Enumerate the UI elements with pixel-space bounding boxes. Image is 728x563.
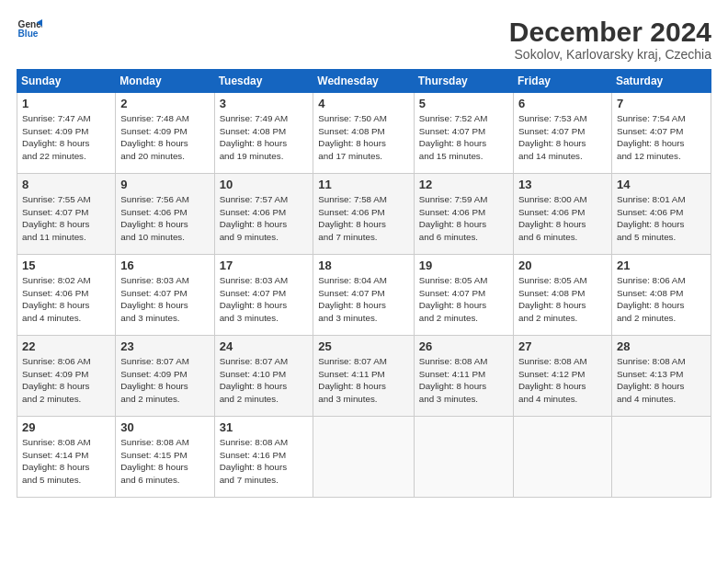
- day-info: Sunrise: 7:56 AMSunset: 4:06 PMDaylight:…: [120, 193, 209, 244]
- calendar-cell: [611, 417, 711, 498]
- col-header-sunday: Sunday: [17, 70, 116, 93]
- calendar-cell: 26Sunrise: 8:08 AMSunset: 4:11 PMDayligh…: [414, 336, 513, 417]
- calendar-cell: 30Sunrise: 8:08 AMSunset: 4:15 PMDayligh…: [116, 417, 214, 498]
- day-info: Sunrise: 8:08 AMSunset: 4:16 PMDaylight:…: [220, 436, 309, 487]
- day-number: 5: [419, 97, 508, 110]
- day-number: 14: [617, 178, 706, 191]
- col-header-monday: Monday: [116, 70, 214, 93]
- calendar-cell: 17Sunrise: 8:03 AMSunset: 4:07 PMDayligh…: [214, 255, 313, 336]
- day-info: Sunrise: 8:05 AMSunset: 4:08 PMDaylight:…: [518, 274, 607, 325]
- month-title: December 2024: [509, 17, 711, 47]
- day-number: 19: [419, 259, 508, 272]
- day-number: 21: [617, 259, 706, 272]
- day-number: 27: [518, 339, 607, 353]
- day-number: 23: [120, 339, 209, 353]
- day-number: 12: [419, 178, 508, 191]
- col-header-wednesday: Wednesday: [313, 70, 414, 93]
- calendar-header-row: SundayMondayTuesdayWednesdayThursdayFrid…: [17, 70, 711, 93]
- calendar-cell: 5Sunrise: 7:52 AMSunset: 4:07 PMDaylight…: [414, 93, 513, 174]
- calendar-cell: 24Sunrise: 8:07 AMSunset: 4:10 PMDayligh…: [214, 336, 313, 417]
- day-number: 25: [318, 339, 408, 353]
- col-header-friday: Friday: [514, 70, 612, 93]
- calendar-cell: 12Sunrise: 7:59 AMSunset: 4:06 PMDayligh…: [414, 174, 513, 255]
- col-header-tuesday: Tuesday: [214, 70, 313, 93]
- day-info: Sunrise: 8:02 AMSunset: 4:06 PMDaylight:…: [22, 274, 110, 325]
- day-info: Sunrise: 7:49 AMSunset: 4:08 PMDaylight:…: [220, 112, 309, 163]
- day-number: 9: [120, 178, 209, 191]
- day-number: 8: [22, 178, 110, 191]
- calendar-cell: 29Sunrise: 8:08 AMSunset: 4:14 PMDayligh…: [17, 417, 116, 498]
- day-number: 29: [22, 420, 110, 434]
- day-info: Sunrise: 8:07 AMSunset: 4:10 PMDaylight:…: [220, 355, 309, 406]
- day-number: 4: [318, 97, 408, 110]
- calendar-cell: 23Sunrise: 8:07 AMSunset: 4:09 PMDayligh…: [116, 336, 214, 417]
- calendar-cell: 11Sunrise: 7:58 AMSunset: 4:06 PMDayligh…: [313, 174, 414, 255]
- day-info: Sunrise: 8:00 AMSunset: 4:06 PMDaylight:…: [518, 193, 607, 244]
- day-info: Sunrise: 7:57 AMSunset: 4:06 PMDaylight:…: [220, 193, 309, 244]
- day-info: Sunrise: 7:53 AMSunset: 4:07 PMDaylight:…: [518, 112, 607, 163]
- calendar-cell: 3Sunrise: 7:49 AMSunset: 4:08 PMDaylight…: [214, 93, 313, 174]
- calendar-cell: 16Sunrise: 8:03 AMSunset: 4:07 PMDayligh…: [116, 255, 214, 336]
- title-block: December 2024 Sokolov, Karlovarsky kraj,…: [509, 17, 711, 62]
- day-number: 28: [617, 339, 706, 353]
- day-info: Sunrise: 7:55 AMSunset: 4:07 PMDaylight:…: [22, 193, 110, 244]
- svg-text:Blue: Blue: [18, 29, 39, 39]
- day-info: Sunrise: 7:52 AMSunset: 4:07 PMDaylight:…: [419, 112, 508, 163]
- day-info: Sunrise: 8:08 AMSunset: 4:14 PMDaylight:…: [22, 436, 110, 487]
- day-info: Sunrise: 8:03 AMSunset: 4:07 PMDaylight:…: [220, 274, 309, 325]
- calendar-cell: 13Sunrise: 8:00 AMSunset: 4:06 PMDayligh…: [514, 174, 612, 255]
- day-info: Sunrise: 8:06 AMSunset: 4:08 PMDaylight:…: [617, 274, 706, 325]
- calendar-cell: [414, 417, 513, 498]
- calendar-cell: 21Sunrise: 8:06 AMSunset: 4:08 PMDayligh…: [611, 255, 711, 336]
- day-info: Sunrise: 8:07 AMSunset: 4:11 PMDaylight:…: [318, 355, 408, 406]
- day-info: Sunrise: 7:54 AMSunset: 4:07 PMDaylight:…: [617, 112, 706, 163]
- logo: General Blue: [17, 17, 42, 42]
- day-number: 20: [518, 259, 607, 272]
- day-number: 16: [120, 259, 209, 272]
- day-number: 7: [617, 97, 706, 110]
- day-number: 1: [22, 97, 110, 110]
- day-number: 17: [220, 259, 309, 272]
- day-number: 2: [120, 97, 209, 110]
- calendar-cell: 25Sunrise: 8:07 AMSunset: 4:11 PMDayligh…: [313, 336, 414, 417]
- day-info: Sunrise: 8:01 AMSunset: 4:06 PMDaylight:…: [617, 193, 706, 244]
- calendar-cell: 22Sunrise: 8:06 AMSunset: 4:09 PMDayligh…: [17, 336, 116, 417]
- calendar-cell: 10Sunrise: 7:57 AMSunset: 4:06 PMDayligh…: [214, 174, 313, 255]
- page-header: General Blue December 2024 Sokolov, Karl…: [17, 17, 711, 62]
- day-number: 6: [518, 97, 607, 110]
- day-info: Sunrise: 8:08 AMSunset: 4:13 PMDaylight:…: [617, 355, 706, 406]
- calendar-cell: 27Sunrise: 8:08 AMSunset: 4:12 PMDayligh…: [514, 336, 612, 417]
- day-info: Sunrise: 8:07 AMSunset: 4:09 PMDaylight:…: [120, 355, 209, 406]
- logo-icon: General Blue: [17, 17, 42, 42]
- calendar-cell: 28Sunrise: 8:08 AMSunset: 4:13 PMDayligh…: [611, 336, 711, 417]
- calendar-cell: 2Sunrise: 7:48 AMSunset: 4:09 PMDaylight…: [116, 93, 214, 174]
- day-number: 13: [518, 178, 607, 191]
- calendar-cell: [313, 417, 414, 498]
- calendar-week-2: 8Sunrise: 7:55 AMSunset: 4:07 PMDaylight…: [17, 174, 711, 255]
- calendar-cell: 20Sunrise: 8:05 AMSunset: 4:08 PMDayligh…: [514, 255, 612, 336]
- day-info: Sunrise: 8:08 AMSunset: 4:15 PMDaylight:…: [120, 436, 209, 487]
- calendar-cell: 6Sunrise: 7:53 AMSunset: 4:07 PMDaylight…: [514, 93, 612, 174]
- calendar-cell: 4Sunrise: 7:50 AMSunset: 4:08 PMDaylight…: [313, 93, 414, 174]
- calendar-cell: 18Sunrise: 8:04 AMSunset: 4:07 PMDayligh…: [313, 255, 414, 336]
- col-header-thursday: Thursday: [414, 70, 513, 93]
- location: Sokolov, Karlovarsky kraj, Czechia: [509, 47, 711, 62]
- day-number: 3: [220, 97, 309, 110]
- calendar-cell: 8Sunrise: 7:55 AMSunset: 4:07 PMDaylight…: [17, 174, 116, 255]
- col-header-saturday: Saturday: [611, 70, 711, 93]
- calendar-cell: 15Sunrise: 8:02 AMSunset: 4:06 PMDayligh…: [17, 255, 116, 336]
- day-info: Sunrise: 7:58 AMSunset: 4:06 PMDaylight:…: [318, 193, 408, 244]
- day-number: 18: [318, 259, 408, 272]
- day-info: Sunrise: 7:59 AMSunset: 4:06 PMDaylight:…: [419, 193, 508, 244]
- calendar-cell: 9Sunrise: 7:56 AMSunset: 4:06 PMDaylight…: [116, 174, 214, 255]
- day-info: Sunrise: 7:50 AMSunset: 4:08 PMDaylight:…: [318, 112, 408, 163]
- day-number: 30: [120, 420, 209, 434]
- day-number: 11: [318, 178, 408, 191]
- day-info: Sunrise: 8:08 AMSunset: 4:12 PMDaylight:…: [518, 355, 607, 406]
- calendar-table: SundayMondayTuesdayWednesdayThursdayFrid…: [17, 69, 711, 498]
- calendar-week-1: 1Sunrise: 7:47 AMSunset: 4:09 PMDaylight…: [17, 93, 711, 174]
- day-number: 31: [220, 420, 309, 434]
- calendar-cell: 7Sunrise: 7:54 AMSunset: 4:07 PMDaylight…: [611, 93, 711, 174]
- calendar-cell: 19Sunrise: 8:05 AMSunset: 4:07 PMDayligh…: [414, 255, 513, 336]
- calendar-cell: 1Sunrise: 7:47 AMSunset: 4:09 PMDaylight…: [17, 93, 116, 174]
